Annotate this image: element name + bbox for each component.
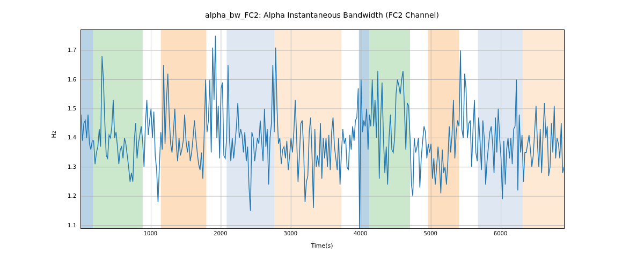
chart-title: alpha_bw_FC2: Alpha Instantaneous Bandwi… xyxy=(0,11,644,19)
figure: alpha_bw_FC2: Alpha Instantaneous Bandwi… xyxy=(0,0,644,268)
y-tick-label: 1.6 xyxy=(68,76,79,82)
y-tick-label: 1.5 xyxy=(68,105,79,111)
y-tick-label: 1.3 xyxy=(68,163,79,169)
y-axis-label: Hz xyxy=(48,0,59,268)
x-tick-label: 3000 xyxy=(284,230,297,236)
plot-area xyxy=(81,30,564,228)
background-band xyxy=(274,30,341,228)
y-tick-label: 1.7 xyxy=(68,47,79,53)
y-tick-label: 1.1 xyxy=(68,222,79,228)
x-tick-label: 1000 xyxy=(144,230,157,236)
x-tick-label: 5000 xyxy=(423,230,437,236)
y-tick-label: 1.2 xyxy=(68,193,79,199)
x-axis-label: Time(s) xyxy=(80,242,564,249)
x-tick-label: 6000 xyxy=(494,230,507,236)
x-tick-label: 4000 xyxy=(354,230,367,236)
axes xyxy=(80,29,565,229)
y-tick-label: 1.4 xyxy=(68,135,79,140)
background-band xyxy=(478,30,523,228)
x-tick-label: 2000 xyxy=(214,230,227,236)
